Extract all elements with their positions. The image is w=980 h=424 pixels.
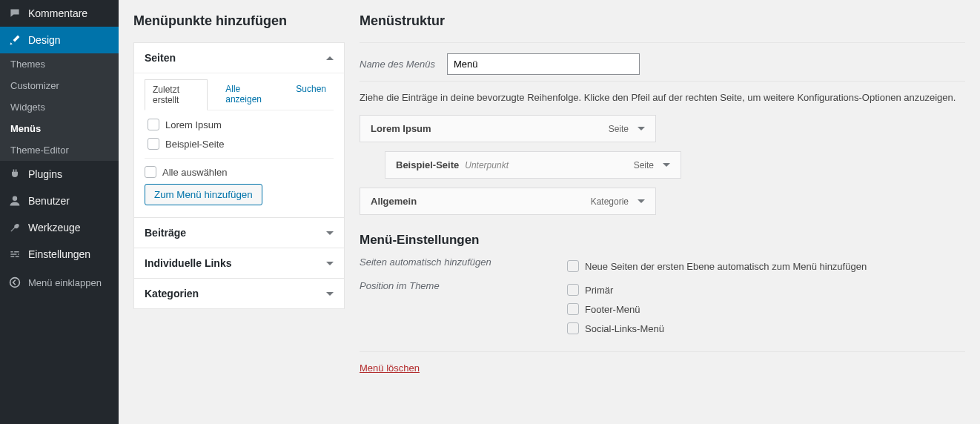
menu-item[interactable]: Allgemein Kategorie [360, 188, 656, 215]
menu-items-list: Lorem Ipsum Seite Beispiel-Seite Unterpu… [360, 115, 965, 215]
sidebar-item-plugins[interactable]: Plugins [0, 161, 119, 188]
svg-point-0 [13, 196, 17, 201]
accordion-categories-head[interactable]: Kategorien [134, 279, 344, 308]
user-icon [7, 193, 22, 208]
chevron-down-icon [326, 262, 334, 265]
chevron-down-icon [326, 231, 334, 235]
comment-icon [7, 6, 22, 21]
menu-settings-heading: Menü-Einstellungen [360, 233, 965, 248]
submenu-design: Themes Customizer Widgets Menüs Theme-Ed… [0, 53, 119, 161]
collapse-menu[interactable]: Menü einklappen [0, 268, 119, 297]
position-option[interactable]: Primär [564, 280, 664, 299]
position-option[interactable]: Footer-Menü [564, 299, 664, 319]
position-label: Position im Theme [360, 280, 564, 338]
menu-item[interactable]: Beispiel-Seite Unterpunkt Seite [385, 151, 681, 179]
submenu-theme-editor[interactable]: Theme-Editor [0, 139, 119, 161]
accordion-pages: Seiten Zuletzt erstellt Alle anzeigen Su… [133, 42, 345, 218]
tab-search[interactable]: Suchen [288, 79, 334, 110]
sidebar-label: Einstellungen [28, 248, 90, 260]
structure-helper: Ziehe die Einträge in deine bevorzugte R… [360, 92, 965, 103]
auto-add-row: Seiten automatisch hinzufügen Neue Seite… [360, 256, 965, 276]
structure-heading: Menüstruktur [360, 13, 965, 29]
select-all-checkbox[interactable] [145, 166, 156, 178]
submenu-customizer[interactable]: Customizer [0, 75, 119, 96]
sidebar-label: Design [28, 34, 61, 46]
chevron-up-icon [326, 56, 334, 60]
menu-name-label: Name des Menüs [360, 59, 435, 70]
sidebar-label: Plugins [28, 168, 62, 180]
submenu-menus[interactable]: Menüs [0, 118, 119, 139]
add-items-heading: Menüpunkte hinzufügen [133, 13, 345, 29]
accordion-pages-body: Zuletzt erstellt Alle anzeigen Suchen Lo… [134, 73, 344, 217]
submenu-themes[interactable]: Themes [0, 53, 119, 75]
select-all[interactable]: Alle auswählen [145, 166, 227, 178]
sidebar-item-design[interactable]: Design [0, 27, 119, 53]
position-option[interactable]: Social-Links-Menü [564, 319, 664, 338]
chevron-down-icon [638, 199, 645, 203]
sidebar-label: Benutzer [28, 195, 70, 207]
wrench-icon [7, 220, 22, 235]
sidebar-label: Werkzeuge [28, 222, 81, 233]
position-row: Position im Theme Primär Footer-Menü Soc… [360, 280, 965, 338]
accordion-categories: Kategorien [133, 279, 345, 309]
chevron-down-icon [638, 127, 645, 130]
sidebar-item-users[interactable]: Benutzer [0, 188, 119, 214]
auto-add-option[interactable]: Neue Seiten der ersten Ebene automatisch… [564, 256, 867, 276]
page-checkbox[interactable] [148, 119, 159, 130]
menu-name-row: Name des Menüs [360, 42, 965, 82]
collapse-icon [7, 275, 22, 290]
menu-name-input[interactable] [447, 53, 640, 75]
accordion-links: Individuelle Links [133, 248, 345, 279]
sidebar-item-settings[interactable]: Einstellungen [0, 241, 119, 268]
svg-point-1 [10, 278, 20, 288]
auto-add-checkbox[interactable] [567, 260, 579, 272]
brush-icon [7, 33, 22, 47]
chevron-down-icon [663, 163, 670, 167]
position-checkbox[interactable] [567, 303, 579, 315]
pages-tabs: Zuletzt erstellt Alle anzeigen Suchen [145, 79, 334, 110]
chevron-down-icon [326, 292, 334, 296]
accordion-pages-head[interactable]: Seiten [134, 43, 344, 73]
admin-sidebar: Kommentare Design Themes Customizer Widg… [0, 0, 119, 424]
sidebar-item-tools[interactable]: Werkzeuge [0, 214, 119, 241]
tab-all[interactable]: Alle anzeigen [218, 79, 278, 110]
select-all-row: Alle auswählen Zum Menü hinzufügen [145, 158, 334, 207]
position-checkbox[interactable] [567, 284, 579, 296]
sidebar-label: Kommentare [28, 7, 87, 19]
sliders-icon [7, 247, 22, 262]
accordion-links-head[interactable]: Individuelle Links [134, 248, 344, 278]
menu-footer: Menü löschen [360, 351, 965, 374]
sidebar-item-comments[interactable]: Kommentare [0, 0, 119, 27]
auto-add-label: Seiten automatisch hinzufügen [360, 256, 564, 276]
accordion-posts-head[interactable]: Beiträge [134, 218, 344, 248]
add-to-menu-button[interactable]: Zum Menü hinzufügen [145, 184, 262, 205]
page-checkbox[interactable] [148, 138, 159, 150]
plug-icon [7, 167, 22, 182]
collapse-label: Menü einklappen [28, 277, 102, 288]
main-content: Menüpunkte hinzufügen Seiten Zuletzt ers… [119, 0, 980, 424]
add-menu-items-column: Menüpunkte hinzufügen Seiten Zuletzt ers… [133, 9, 345, 424]
tab-recent[interactable]: Zuletzt erstellt [145, 79, 208, 110]
page-option[interactable]: Beispiel-Seite [145, 134, 334, 153]
position-checkbox[interactable] [567, 322, 579, 334]
delete-menu-link[interactable]: Menü löschen [360, 362, 420, 374]
submenu-widgets[interactable]: Widgets [0, 96, 119, 118]
menu-item[interactable]: Lorem Ipsum Seite [360, 115, 656, 142]
page-option[interactable]: Lorem Ipsum [145, 115, 334, 134]
menu-structure-column: Menüstruktur Name des Menüs Ziehe die Ei… [360, 9, 965, 424]
accordion-posts: Beiträge [133, 218, 345, 248]
